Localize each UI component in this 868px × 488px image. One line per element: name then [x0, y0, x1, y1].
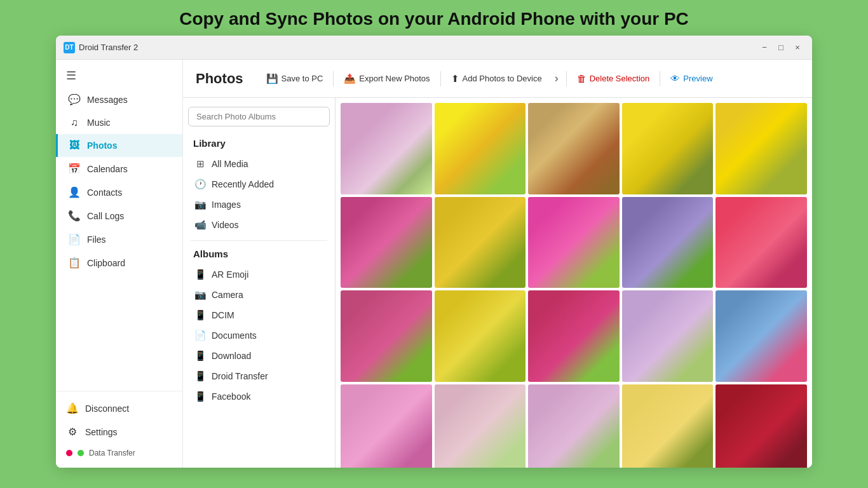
messages-icon: 💬: [68, 93, 81, 105]
search-input[interactable]: [188, 107, 330, 126]
photo-cell-1[interactable]: [341, 103, 432, 194]
maximize-button[interactable]: □: [774, 41, 788, 55]
sidebar-item-contacts[interactable]: 👤 Contacts: [56, 180, 182, 204]
documents-album-icon: 📄: [194, 330, 206, 341]
photo-cell-6[interactable]: [341, 197, 432, 288]
photo-cell-8[interactable]: [528, 197, 620, 288]
library-item-all-media[interactable]: ⊞ All Media: [188, 154, 330, 174]
page-title: Photos: [196, 71, 243, 87]
photo-cell-9[interactable]: [622, 197, 714, 288]
album-item-download[interactable]: 📱 Download: [188, 346, 330, 366]
album-item-camera[interactable]: 📷 Camera: [188, 285, 330, 305]
delete-icon: 🗑: [577, 73, 587, 84]
sidebar-item-music-label: Music: [87, 118, 111, 128]
sidebar-item-clipboard-label: Clipboard: [87, 258, 125, 268]
preview-icon: 👁: [670, 73, 680, 84]
library-item-images-label: Images: [212, 200, 241, 210]
toolbar-separator-1: [333, 71, 334, 86]
sidebar-item-settings[interactable]: ⚙ Settings: [56, 420, 182, 444]
recently-added-icon: 🕐: [194, 179, 206, 190]
add-photos-label: Add Photos to Device: [463, 74, 542, 83]
library-item-all-media-label: All Media: [212, 159, 248, 169]
body-area: Library ⊞ All Media 🕐 Recently Added 📷 I…: [183, 98, 812, 468]
album-item-facebook[interactable]: 📱 Facebook: [188, 386, 330, 407]
title-bar: DT Droid Transfer 2 − □ ×: [56, 36, 812, 60]
photo-cell-15[interactable]: [715, 290, 807, 382]
photo-cell-16[interactable]: [341, 384, 432, 468]
photo-cell-17[interactable]: [435, 384, 526, 468]
photos-icon: 🖼: [68, 140, 81, 151]
banner: Copy and Sync Photos on your Android Pho…: [0, 0, 868, 36]
clipboard-icon: 📋: [68, 257, 81, 269]
album-item-facebook-label: Facebook: [212, 391, 250, 402]
photo-cell-4[interactable]: [622, 103, 714, 194]
save-to-pc-label: Save to PC: [281, 74, 323, 83]
dot-red-icon: [66, 450, 72, 456]
sidebar-item-disconnect[interactable]: 🔔 Disconnect: [56, 396, 182, 420]
photo-cell-11[interactable]: [341, 290, 432, 382]
library-item-videos[interactable]: 📹 Videos: [188, 215, 330, 235]
sidebar-item-files[interactable]: 📄 Files: [56, 227, 182, 251]
close-button[interactable]: ×: [790, 41, 804, 55]
add-photos-button[interactable]: ⬆ Add Photos to Device: [444, 69, 550, 88]
albums-section-label: Albums: [188, 246, 330, 264]
photo-cell-13[interactable]: [528, 290, 620, 382]
photo-cell-12[interactable]: [435, 290, 526, 382]
sidebar-nav: 💬 Messages ♫ Music 🖼 Photos 📅 Calendars: [56, 88, 182, 274]
photos-grid: [341, 103, 807, 468]
album-item-droid-transfer-label: Droid Transfer: [212, 371, 268, 381]
album-item-ar-emoji[interactable]: 📱 AR Emoji: [188, 264, 330, 285]
sidebar-item-messages[interactable]: 💬 Messages: [56, 88, 182, 111]
more-button[interactable]: ›: [550, 69, 564, 88]
photo-cell-20[interactable]: [715, 384, 807, 468]
facebook-icon: 📱: [194, 391, 206, 402]
photo-cell-5[interactable]: [715, 103, 807, 194]
album-item-camera-label: Camera: [212, 290, 243, 300]
content-area: Photos 💾 Save to PC 📤 Export New Photos …: [183, 60, 812, 468]
library-section-label: Library: [188, 135, 330, 154]
sidebar-item-clipboard[interactable]: 📋 Clipboard: [56, 251, 182, 274]
images-icon: 📷: [194, 199, 206, 210]
delete-selection-button[interactable]: 🗑 Delete Selection: [569, 69, 658, 88]
photo-cell-7[interactable]: [435, 197, 526, 288]
sidebar-item-files-label: Files: [87, 234, 106, 245]
camera-album-icon: 📷: [194, 289, 206, 301]
sidebar-item-call-logs[interactable]: 📞 Call Logs: [56, 204, 182, 227]
album-item-documents[interactable]: 📄 Documents: [188, 325, 330, 346]
preview-button[interactable]: 👁 Preview: [663, 69, 720, 88]
call-logs-icon: 📞: [68, 210, 81, 222]
album-item-dcim[interactable]: 📱 DCIM: [188, 305, 330, 325]
app-window: DT Droid Transfer 2 − □ × ☰ 💬 Messages ♫…: [56, 36, 812, 468]
library-item-recently-added[interactable]: 🕐 Recently Added: [188, 174, 330, 194]
sidebar-item-calendars[interactable]: 📅 Calendars: [56, 157, 182, 180]
album-item-download-label: Download: [212, 351, 251, 361]
app-logo: DT: [64, 42, 75, 53]
export-new-photos-label: Export New Photos: [359, 74, 430, 83]
minimize-button[interactable]: −: [757, 41, 771, 55]
droid-transfer-icon: 📱: [194, 370, 206, 382]
photo-cell-10[interactable]: [715, 197, 807, 288]
sidebar-item-music[interactable]: ♫ Music: [56, 111, 182, 134]
photo-cell-3[interactable]: [528, 103, 620, 194]
export-new-photos-button[interactable]: 📤 Export New Photos: [336, 69, 437, 88]
toolbar-separator-4: [660, 71, 660, 86]
download-icon: 📱: [194, 350, 206, 362]
album-item-dcim-label: DCIM: [212, 310, 234, 320]
album-item-droid-transfer[interactable]: 📱 Droid Transfer: [188, 366, 330, 386]
sidebar-item-calendars-label: Calendars: [87, 164, 128, 174]
albums-panel: Library ⊞ All Media 🕐 Recently Added 📷 I…: [183, 98, 336, 468]
settings-icon: ⚙: [66, 426, 79, 438]
photo-cell-19[interactable]: [622, 384, 714, 468]
preview-label: Preview: [683, 74, 712, 83]
sidebar-bottom: 🔔 Disconnect ⚙ Settings Data Transfer: [56, 391, 182, 468]
save-to-pc-button[interactable]: 💾 Save to PC: [259, 69, 331, 88]
photo-cell-2[interactable]: [435, 103, 526, 194]
library-item-images[interactable]: 📷 Images: [188, 194, 330, 215]
all-media-icon: ⊞: [194, 158, 206, 170]
sidebar-item-photos[interactable]: 🖼 Photos: [56, 134, 182, 157]
music-icon: ♫: [68, 117, 81, 128]
app-title: Droid Transfer 2: [79, 43, 755, 52]
hamburger-menu-icon[interactable]: ☰: [56, 60, 182, 88]
photo-cell-18[interactable]: [528, 384, 620, 468]
photo-cell-14[interactable]: [622, 290, 714, 382]
